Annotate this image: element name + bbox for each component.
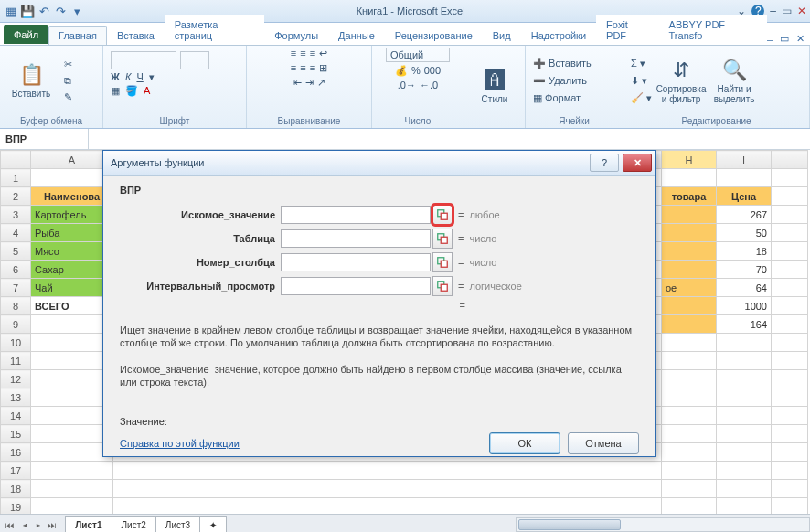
cell[interactable] — [662, 242, 717, 261]
dialog-close-button[interactable]: ✕ — [623, 154, 652, 172]
font-color-button[interactable]: A — [144, 85, 150, 97]
cell[interactable] — [772, 370, 808, 388]
align-top-icon[interactable]: ≡ — [291, 48, 296, 59]
cell[interactable] — [772, 242, 808, 261]
cell[interactable]: 64 — [717, 279, 772, 297]
undo-icon[interactable]: ↶ — [37, 4, 51, 18]
cell[interactable]: товара — [662, 187, 717, 206]
dialog-titlebar[interactable]: Аргументы функции ? ✕ — [103, 151, 655, 176]
italic-button[interactable]: К — [125, 71, 131, 83]
cancel-button[interactable]: Отмена — [568, 432, 639, 454]
tab-foxit[interactable]: Foxit PDF — [596, 15, 659, 45]
row-header[interactable]: 9 — [1, 315, 31, 334]
save-icon[interactable]: 💾 — [20, 4, 35, 18]
cell[interactable] — [772, 169, 808, 187]
row-header[interactable]: 4 — [1, 224, 31, 242]
cell[interactable] — [31, 480, 113, 498]
tab-formulas[interactable]: Формулы — [264, 26, 328, 45]
sheet-nav[interactable]: ⏮ ◀ ▶ ⏭ — [0, 520, 65, 530]
cell[interactable] — [772, 187, 808, 206]
row-header[interactable]: 1 — [1, 169, 31, 187]
tab-view[interactable]: Вид — [483, 26, 521, 45]
cell[interactable] — [717, 498, 772, 515]
arg-input[interactable] — [281, 277, 431, 295]
cell[interactable] — [772, 297, 808, 315]
number-format-box[interactable]: Общий — [386, 48, 450, 62]
cut-icon[interactable]: ✂ — [60, 58, 75, 72]
cell[interactable] — [717, 388, 772, 407]
cell[interactable] — [662, 425, 717, 443]
cell[interactable] — [772, 315, 808, 334]
redo-icon[interactable]: ↷ — [53, 4, 68, 18]
select-all[interactable] — [1, 151, 31, 169]
cell[interactable]: 18 — [717, 242, 772, 261]
cell[interactable] — [717, 169, 772, 187]
arg-input[interactable] — [281, 229, 431, 248]
fill-icon[interactable]: ⬇ ▾ — [631, 75, 652, 87]
cell[interactable] — [31, 425, 113, 443]
app-restore-icon[interactable]: ▭ — [780, 33, 789, 45]
cell[interactable] — [717, 480, 772, 498]
cell[interactable] — [31, 370, 113, 388]
sheet-tab[interactable]: Лист1 — [65, 516, 112, 532]
fill-color-button[interactable]: 🪣 — [125, 85, 138, 97]
cell[interactable] — [662, 370, 717, 388]
cells-format-button[interactable]: ▦ Формат — [533, 92, 592, 104]
cell[interactable] — [772, 498, 808, 515]
col-header[interactable]: I — [717, 151, 772, 169]
cell[interactable]: ВСЕГО — [31, 297, 113, 315]
indent-inc-icon[interactable]: ⇥ — [305, 77, 314, 89]
cell[interactable]: 164 — [717, 315, 772, 334]
align-left-icon[interactable]: ≡ — [291, 62, 296, 74]
cell[interactable] — [717, 407, 772, 425]
cell[interactable] — [662, 443, 717, 462]
col-header[interactable]: A — [31, 151, 113, 169]
tab-abbyy[interactable]: ABBYY PDF Transfo — [659, 15, 767, 45]
cells-insert-button[interactable]: ➕ Вставить — [533, 58, 592, 69]
row-header[interactable]: 11 — [1, 352, 31, 370]
cell[interactable] — [772, 352, 808, 370]
row-header[interactable]: 15 — [1, 425, 31, 443]
cell[interactable] — [662, 224, 717, 242]
cell[interactable] — [662, 407, 717, 425]
cell[interactable] — [662, 498, 717, 515]
tab-review[interactable]: Рецензирование — [385, 26, 483, 45]
cell[interactable]: Рыба — [31, 224, 113, 242]
font-size-box[interactable] — [180, 51, 209, 69]
row-header[interactable]: 18 — [1, 480, 31, 498]
tab-addins[interactable]: Надстройки — [521, 26, 596, 45]
cell[interactable]: 267 — [717, 206, 772, 224]
border-button[interactable]: ▦ — [111, 85, 120, 97]
tab-page-layout[interactable]: Разметка страниц — [165, 15, 264, 45]
cell[interactable] — [772, 407, 808, 425]
autosum-icon[interactable]: Σ ▾ — [631, 58, 652, 69]
cell[interactable] — [31, 334, 113, 352]
dec-decimal-icon[interactable]: ←.0 — [420, 80, 438, 90]
cell[interactable] — [772, 279, 808, 297]
cell[interactable]: Картофель — [31, 206, 113, 224]
percent-icon[interactable]: % — [411, 65, 421, 77]
range-selector-button[interactable] — [432, 276, 453, 296]
tab-home[interactable]: Главная — [48, 26, 107, 45]
cell[interactable] — [31, 407, 113, 425]
cell[interactable] — [31, 443, 113, 462]
function-help-link[interactable]: Справка по этой функции — [120, 438, 240, 449]
cell[interactable] — [717, 352, 772, 370]
cell[interactable] — [662, 352, 717, 370]
tab-insert[interactable]: Вставка — [107, 26, 165, 45]
horizontal-scrollbar[interactable] — [516, 517, 810, 532]
font-box[interactable] — [111, 51, 176, 69]
name-box[interactable]: ВПР — [0, 129, 89, 149]
cell[interactable] — [717, 462, 772, 480]
paste-button[interactable]: 📋Вставить — [7, 63, 55, 99]
row-header[interactable]: 19 — [1, 498, 31, 515]
row-header[interactable]: 8 — [1, 297, 31, 315]
row-header[interactable]: 13 — [1, 388, 31, 407]
currency-icon[interactable]: 💰 — [395, 65, 408, 77]
sheet-tab[interactable]: Лист3 — [155, 516, 200, 532]
cell[interactable] — [772, 224, 808, 242]
cell[interactable] — [662, 462, 717, 480]
workbook-minimize-icon[interactable]: – — [770, 5, 776, 17]
styles-button[interactable]: 🅰Стили — [472, 69, 517, 104]
row-header[interactable]: 14 — [1, 407, 31, 425]
